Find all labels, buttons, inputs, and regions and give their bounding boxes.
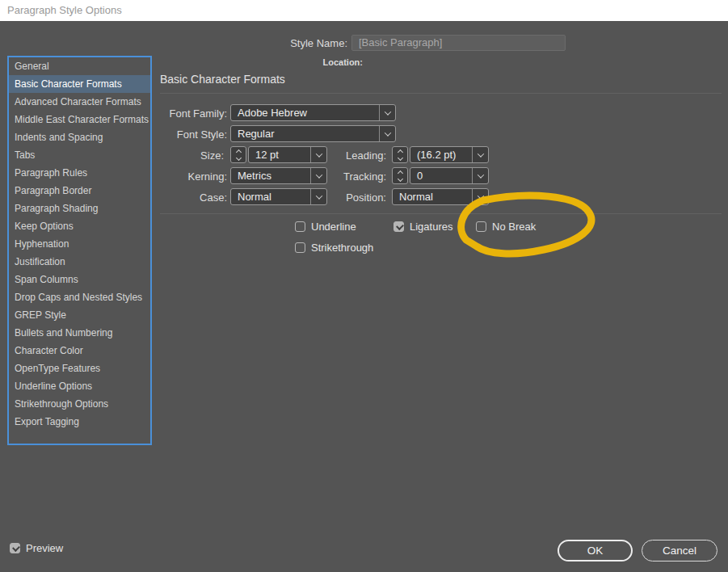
ok-button[interactable]: OK [558, 540, 633, 561]
font-style-value: Regular [231, 128, 379, 140]
size-label: Size: [0, 149, 224, 162]
location-label: Location: [0, 57, 363, 67]
sidebar-item-bullets-and-numbering[interactable]: Bullets and Numbering [9, 324, 150, 342]
tracking-stepper[interactable] [392, 167, 408, 184]
dialog-body: General Basic Character Formats Advanced… [0, 21, 728, 572]
position-value: Normal [393, 191, 472, 203]
leading-value: (16.2 pt) [410, 149, 472, 161]
underline-checkbox[interactable] [295, 221, 305, 232]
preview-checkbox[interactable] [10, 543, 20, 553]
position-dropdown[interactable]: Normal [392, 188, 489, 205]
checkbox-section-divider [160, 213, 722, 214]
section-title: Basic Character Formats [160, 73, 285, 86]
leading-label: Leading: [242, 149, 386, 162]
tracking-label: Tracking: [242, 170, 386, 183]
sidebar-item-keep-options[interactable]: Keep Options [9, 217, 150, 235]
font-family-label: Font Family: [0, 107, 227, 120]
font-style-label: Font Style: [0, 128, 227, 141]
cancel-button[interactable]: Cancel [642, 540, 717, 561]
spinner-down-icon[interactable] [397, 175, 402, 181]
sidebar-item-underline-options[interactable]: Underline Options [9, 377, 150, 395]
sidebar-item-basic-character-formats[interactable]: Basic Character Formats [9, 75, 150, 93]
dialog-title: Paragraph Style Options [7, 4, 122, 16]
position-label: Position: [242, 191, 386, 204]
no-break-checkbox-label: No Break [492, 221, 536, 233]
sidebar-item-opentype-features[interactable]: OpenType Features [9, 360, 150, 377]
font-style-dropdown[interactable]: Regular [230, 125, 396, 142]
no-break-checkbox-row[interactable]: No Break [476, 221, 536, 233]
sidebar-item-span-columns[interactable]: Span Columns [9, 271, 150, 288]
chevron-down-icon[interactable] [379, 126, 395, 141]
spinner-down-icon[interactable] [235, 154, 241, 160]
leading-stepper[interactable] [392, 146, 408, 163]
sidebar-item-strikethrough-options[interactable]: Strikethrough Options [9, 395, 150, 413]
sidebar-item-grep-style[interactable]: GREP Style [9, 306, 150, 324]
no-break-checkbox[interactable] [476, 221, 486, 232]
dialog-titlebar: Paragraph Style Options [0, 0, 728, 21]
chevron-down-icon[interactable] [472, 147, 488, 162]
sidebar-item-hyphenation[interactable]: Hyphenation [9, 235, 150, 253]
sidebar-item-justification[interactable]: Justification [9, 253, 150, 271]
spinner-down-icon[interactable] [397, 154, 402, 160]
underline-checkbox-row[interactable]: Underline [295, 221, 356, 233]
font-family-value: Adobe Hebrew [231, 107, 379, 119]
kerning-label: Kerning: [0, 170, 227, 183]
sidebar-item-export-tagging[interactable]: Export Tagging [9, 413, 150, 431]
sidebar-item-character-color[interactable]: Character Color [9, 342, 150, 360]
strikethrough-checkbox-row[interactable]: Strikethrough [295, 242, 373, 254]
ligatures-checkbox-row[interactable]: Ligatures [393, 221, 452, 233]
chevron-down-icon[interactable] [472, 189, 488, 204]
ligatures-checkbox-label: Ligatures [410, 221, 452, 233]
font-family-dropdown[interactable]: Adobe Hebrew [230, 104, 396, 121]
style-name-field[interactable]: [Basic Paragraph] [351, 35, 566, 51]
preview-checkbox-label: Preview [26, 542, 63, 554]
tracking-combobox[interactable]: 0 [410, 167, 489, 184]
strikethrough-checkbox-label: Strikethrough [311, 242, 373, 254]
sidebar-item-drop-caps-and-nested-styles[interactable]: Drop Caps and Nested Styles [9, 288, 150, 306]
chevron-down-icon[interactable] [472, 168, 488, 183]
leading-combobox[interactable]: (16.2 pt) [410, 146, 489, 163]
ligatures-checkbox[interactable] [393, 221, 404, 232]
style-name-label: Style Name: [0, 37, 347, 49]
preview-checkbox-row[interactable]: Preview [10, 542, 63, 554]
case-label: Case: [0, 191, 227, 204]
strikethrough-checkbox[interactable] [295, 242, 305, 253]
tracking-value: 0 [410, 170, 472, 182]
section-divider [160, 93, 722, 94]
underline-checkbox-label: Underline [311, 221, 356, 233]
chevron-down-icon[interactable] [379, 105, 395, 120]
